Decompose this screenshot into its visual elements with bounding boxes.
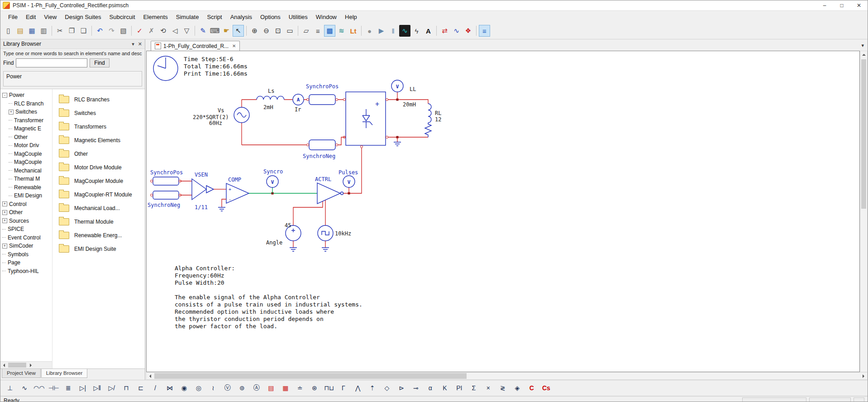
square-source-icon[interactable]: ⊓⊔ <box>322 381 336 395</box>
subcircuit-icon[interactable]: ▱ <box>300 25 312 37</box>
c-script-icon[interactable]: Cs <box>539 381 553 395</box>
menu-simulate[interactable]: Simulate <box>172 12 203 22</box>
tree-item-other[interactable]: Other <box>0 133 52 142</box>
menu-analysis[interactable]: Analysis <box>226 12 256 22</box>
waveform-viewer-icon[interactable]: ∿ <box>451 25 462 37</box>
zoom-out-icon[interactable]: ⊖ <box>261 25 272 37</box>
expand-icon[interactable]: + <box>2 210 7 215</box>
save-file-icon[interactable]: ▦ <box>26 25 38 37</box>
library-item-magcoupler-rt-module[interactable]: MagCoupler-RT Module <box>52 188 145 201</box>
library-item-thermal-module[interactable]: Thermal Module <box>52 215 145 229</box>
select-pointer-icon[interactable]: ↖ <box>233 25 244 37</box>
menu-script[interactable]: Script <box>203 12 226 22</box>
library-item-magnetic-elements[interactable]: Magnetic Elements <box>52 134 145 147</box>
simulation-setup-icon[interactable]: ▩ <box>324 25 335 37</box>
clipboard-view-icon[interactable]: ▧ <box>118 25 129 37</box>
current-source-icon[interactable]: ⇡ <box>366 381 379 395</box>
undo-icon[interactable]: ↶ <box>94 25 105 37</box>
check-connection-icon[interactable]: ✓ <box>134 25 145 37</box>
stop-simulation-icon[interactable]: ● <box>364 25 375 37</box>
run-simulation-icon[interactable]: ▶ <box>376 25 387 37</box>
document-tab[interactable]: 1-Ph_Fully_Controlled_R... ✕ <box>151 41 240 51</box>
library-item-transformers[interactable]: Transformers <box>52 120 145 134</box>
library-item-emi-design-suite[interactable]: EMI Design Suite <box>52 242 145 256</box>
ground-comparator[interactable] <box>218 207 225 211</box>
tree-item-event-control[interactable]: Event Control <box>0 234 52 242</box>
comparator[interactable]: + - COMP <box>226 177 249 203</box>
text-tool-icon[interactable]: A <box>423 25 434 37</box>
ac-source-icon[interactable]: ⊛ <box>308 381 321 395</box>
canvas-horizontal-scrollbar[interactable] <box>146 372 868 380</box>
pulses-voltmeter-probe[interactable]: V Pulses <box>339 169 358 193</box>
scroll-left-icon[interactable] <box>0 362 7 368</box>
summer-icon[interactable]: Σ <box>467 381 481 395</box>
on-off-controller-icon[interactable]: ⊸ <box>409 381 423 395</box>
scrollbar-thumb[interactable] <box>861 59 866 209</box>
schematic-canvas[interactable]: Time Step:5E-6 Total Time:66.66ms Print … <box>146 51 860 372</box>
bidirectional-switch-icon[interactable]: ⋈ <box>163 381 176 395</box>
tree-item-symbols[interactable]: Symbols <box>0 250 52 259</box>
lt-spice-icon[interactable]: Lt <box>348 25 359 37</box>
pause-simulation-icon[interactable]: ‖ <box>387 25 399 37</box>
rlc-branch-icon[interactable]: ≣ <box>62 381 75 395</box>
pi-controller-icon[interactable]: PI <box>453 381 466 395</box>
diode-icon[interactable]: ▷| <box>76 381 90 395</box>
tree-item-transformer[interactable]: Transformer <box>0 116 52 125</box>
menu-help[interactable]: Help <box>341 12 361 22</box>
simcoder-icon[interactable]: ⇄ <box>439 25 450 37</box>
tree-item-thermal-m[interactable]: Thermal M <box>0 175 52 183</box>
menu-edit[interactable]: Edit <box>22 12 40 22</box>
library-item-rlc-branches[interactable]: RLC Branches <box>52 93 145 106</box>
tree-item-sources[interactable]: +Sources <box>0 217 52 225</box>
triangle-source-icon[interactable]: ⋀ <box>351 381 365 395</box>
coupled-inductor-icon[interactable]: ≀ <box>206 381 220 395</box>
angle-dc-source[interactable]: 45 Angle <box>266 222 301 251</box>
controlled-source-icon[interactable]: ◇ <box>380 381 394 395</box>
expand-icon[interactable]: + <box>2 244 7 249</box>
c-block-icon[interactable]: C <box>525 381 539 395</box>
tree-horizontal-scrollbar[interactable] <box>0 361 52 368</box>
simulation-params-text[interactable]: Time Step:5E-6 Total Time:66.66ms Print … <box>184 56 248 77</box>
gating-block-icon[interactable]: ⊳ <box>395 381 408 395</box>
library-item-other[interactable]: Other <box>52 147 145 161</box>
simview-scope-icon[interactable]: ∿ <box>399 25 410 37</box>
zoom-window-icon[interactable]: ⊡ <box>272 25 284 37</box>
tree-item-switches[interactable]: +Switches <box>0 108 52 116</box>
tree-item-motor-driv[interactable]: Motor Driv <box>0 141 52 150</box>
library-item-renewable-energ-[interactable]: Renewable Energ... <box>52 229 145 242</box>
node-voltage-probe-icon[interactable]: ⊚ <box>235 381 249 395</box>
annotation-text[interactable]: Alpha Controller: Frequency:60Hz Pulse W… <box>175 265 362 330</box>
carrier-square-source[interactable]: 10kHz <box>318 225 351 251</box>
scroll-right-icon[interactable] <box>27 362 34 368</box>
copy-icon[interactable]: ❐ <box>66 25 77 37</box>
resistor-icon[interactable]: ∿ <box>18 381 31 395</box>
tree-item-simcoder[interactable]: +SimCoder <box>0 242 52 250</box>
sensor-icon[interactable]: ◈ <box>510 381 524 395</box>
multiplier-icon[interactable]: × <box>482 381 495 395</box>
four-channel-scope-icon[interactable]: ▦ <box>279 381 292 395</box>
new-file-icon[interactable]: ▯ <box>3 25 14 37</box>
flip-vertical-icon[interactable]: ▽ <box>181 25 192 37</box>
tree-item-mechanical[interactable]: Mechanical <box>0 167 52 175</box>
find-input[interactable] <box>16 58 87 67</box>
flip-horizontal-icon[interactable]: ◁ <box>169 25 181 37</box>
open-file-icon[interactable]: ▤ <box>14 25 26 37</box>
tree-item-other[interactable]: +Other <box>0 208 52 217</box>
igbt-icon[interactable]: ⊏ <box>134 381 148 395</box>
print-icon[interactable]: ▥ <box>38 25 49 37</box>
switch-icon[interactable]: / <box>148 381 162 395</box>
menu-options[interactable]: Options <box>256 12 285 22</box>
zener-diode-icon[interactable]: ▷‖ <box>91 381 104 395</box>
library-item-switches[interactable]: Switches <box>52 106 145 120</box>
step-source-icon[interactable]: Γ <box>337 381 350 395</box>
collapse-icon[interactable]: - <box>2 93 7 98</box>
rectifier-bridge[interactable]: + <box>343 92 388 145</box>
menu-subcircuit[interactable]: Subcircuit <box>105 12 139 22</box>
dc-source-icon[interactable]: ≐ <box>293 381 307 395</box>
tree-item-magcouple[interactable]: MagCouple <box>0 150 52 158</box>
ls-inductor[interactable]: Ls 2mH <box>257 88 284 110</box>
element-list-icon[interactable]: ≡ <box>312 25 324 37</box>
resize-grip[interactable] <box>854 397 864 402</box>
tree-item-control[interactable]: +Control <box>0 200 52 209</box>
k-gain-icon[interactable]: K <box>438 381 452 395</box>
